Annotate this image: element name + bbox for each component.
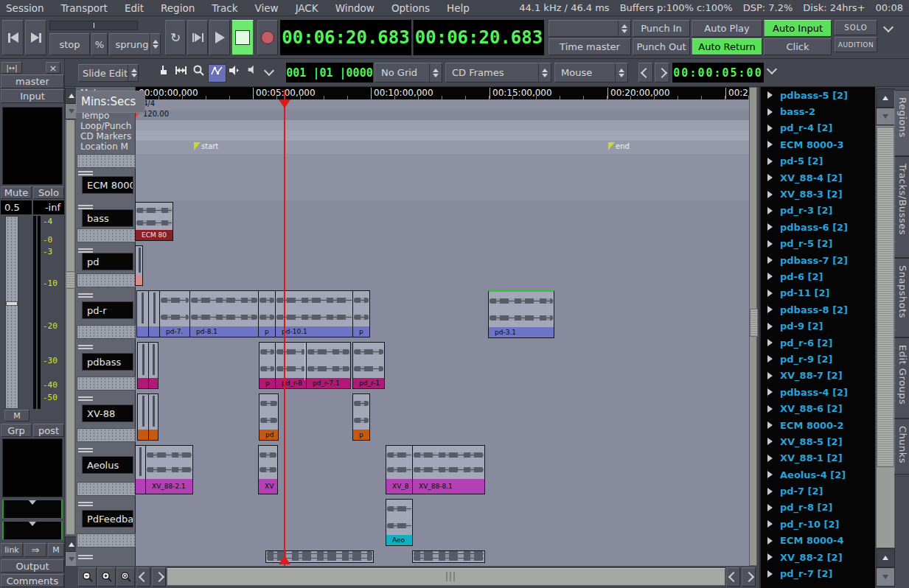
scroll-right-button-2[interactable]: [742, 567, 756, 587]
auto-play-button[interactable]: Auto Play: [692, 20, 762, 37]
region-list-item[interactable]: pd-9 [2]: [761, 318, 875, 334]
track-gain-slider[interactable]: [77, 533, 136, 547]
expander-triangle-icon[interactable]: [767, 223, 773, 231]
panner-1[interactable]: [2, 500, 63, 519]
menu-options[interactable]: Options: [391, 2, 430, 14]
expander-triangle-icon[interactable]: [767, 455, 773, 462]
region-list-item[interactable]: ECM 8000-2: [761, 417, 875, 433]
mute-button[interactable]: Mute: [1, 186, 32, 199]
menu-view[interactable]: View: [255, 2, 279, 14]
expander-triangle-icon[interactable]: [767, 570, 773, 578]
strip-width-button[interactable]: |↔|: [1, 62, 22, 74]
gain-fader[interactable]: [5, 216, 18, 409]
playhead[interactable]: [284, 90, 285, 566]
audio-region[interactable]: [137, 393, 149, 441]
horizontal-scrollbar[interactable]: [167, 568, 725, 586]
ruler-row-label[interactable]: CD Markers: [80, 131, 135, 141]
expander-triangle-icon[interactable]: [767, 537, 773, 545]
menu-transport[interactable]: Transport: [61, 2, 108, 14]
transport-options-chevron[interactable]: [885, 24, 892, 31]
track-name-button[interactable]: PdFeedba: [82, 510, 133, 528]
audio-region-pd-3.1[interactable]: pd-3.1: [488, 290, 554, 338]
menu-region[interactable]: Region: [161, 2, 195, 14]
object-tool-button[interactable]: [155, 64, 172, 81]
track-header-XV-88[interactable]: XV-88: [76, 392, 136, 444]
region-list-item[interactable]: pdbass-7 [2]: [761, 252, 875, 268]
playhead-head-top[interactable]: [279, 99, 290, 108]
track-grip[interactable]: [78, 203, 93, 209]
audio-region-pd[interactable]: pd: [259, 393, 279, 441]
secondary-clock[interactable]: 00:06:20.683: [413, 20, 544, 55]
track-grip[interactable]: [78, 553, 93, 559]
auto-input-button[interactable]: Auto Input: [764, 20, 832, 37]
tab-tracks-busses[interactable]: Tracks/Busses: [894, 156, 909, 258]
snap-unit-select[interactable]: CD Frames: [445, 63, 551, 83]
region-list-item[interactable]: pd-6 [2]: [761, 268, 875, 284]
shuttle-style-spinner[interactable]: [150, 33, 161, 55]
rlist-scroll-down[interactable]: [876, 108, 895, 125]
ruler-row-label[interactable]: Loop/Punch: [80, 121, 135, 131]
track-header-partial[interactable]: [76, 549, 136, 566]
click-button[interactable]: Click: [764, 38, 832, 55]
track-grip[interactable]: [78, 292, 93, 298]
audio-region-Aeo[interactable]: Aeo: [386, 499, 413, 546]
track-header-PdFeedba[interactable]: PdFeedba: [76, 497, 136, 549]
expander-triangle-icon[interactable]: [767, 158, 773, 165]
canvas-vscrollbar[interactable]: [749, 87, 757, 566]
metering-mono-button[interactable]: M: [4, 410, 29, 421]
ruler-row-label[interactable]: Location M: [80, 141, 135, 152]
audio-region-XV[interactable]: XV: [258, 445, 278, 494]
bbt-clock[interactable]: 001 |01 |0000: [286, 63, 373, 83]
audio-region-pd_r-1[interactable]: pd_r-1: [352, 342, 385, 389]
expander-triangle-icon[interactable]: [767, 191, 773, 198]
region-list-item[interactable]: ECM 8000-4: [761, 533, 875, 549]
region-list-item[interactable]: pd_r-10 [2]: [761, 516, 875, 532]
menu-help[interactable]: Help: [447, 2, 470, 14]
stop-button[interactable]: [231, 20, 254, 55]
audio-region-pd_r-8[interactable]: pd_r-8: [275, 342, 307, 389]
region-list-item[interactable]: pdbass-5 [2]: [761, 87, 875, 103]
region-list-item[interactable]: XV_88-3 [2]: [761, 186, 875, 202]
region-list-item[interactable]: pd_r-6 [2]: [761, 335, 875, 351]
track-gain-slider[interactable]: [77, 154, 136, 168]
expander-triangle-icon[interactable]: [767, 323, 773, 330]
track-header-ECM 8000[interactable]: ECM 8000: [76, 154, 136, 200]
expander-triangle-icon[interactable]: [767, 421, 773, 429]
region-list-item[interactable]: XV_88-1 [2]: [761, 450, 875, 466]
scrollbar-thumb[interactable]: [66, 271, 75, 289]
canvas-vscroll-thumb[interactable]: [750, 309, 758, 337]
track-gain-slider[interactable]: [77, 273, 136, 287]
region-list-item[interactable]: pd-11 [2]: [761, 285, 875, 301]
audio-region[interactable]: [148, 393, 159, 441]
pan-link-button[interactable]: link: [1, 543, 23, 557]
cd-marker-ruler[interactable]: [135, 130, 749, 141]
expander-triangle-icon[interactable]: [767, 108, 773, 116]
record-button[interactable]: [257, 20, 278, 55]
nudge-clock[interactable]: 00:00:05:00: [672, 63, 764, 83]
time-master-button[interactable]: Time master: [548, 38, 631, 55]
loop-button[interactable]: ↻: [165, 20, 186, 55]
track-name-button[interactable]: XV-88: [82, 405, 133, 422]
fader-handle[interactable]: [6, 301, 18, 306]
strip-name-button[interactable]: master: [1, 74, 64, 88]
region-list-item[interactable]: pd_r-9 [2]: [761, 351, 875, 367]
track-grip[interactable]: [78, 343, 93, 349]
nudge-forward-button[interactable]: [655, 63, 669, 83]
input-button[interactable]: Input: [1, 89, 64, 103]
audio-region[interactable]: [136, 290, 149, 337]
expander-triangle-icon[interactable]: [767, 91, 773, 99]
track-header-pd-r[interactable]: pd-r: [76, 289, 136, 340]
tab-regions[interactable]: Regions: [894, 90, 909, 156]
go-to-start-button[interactable]: [2, 20, 24, 55]
expander-triangle-icon[interactable]: [767, 553, 773, 561]
region-list-item[interactable]: pd_r-4 [2]: [761, 120, 875, 136]
region-list-item[interactable]: XV_88-7 [2]: [761, 368, 875, 384]
region-list-item[interactable]: XV_88-5 [2]: [761, 433, 875, 449]
meter-point-button[interactable]: post: [33, 424, 64, 437]
edit-canvas[interactable]: 00:00:00,00000:05:00,00000:10:00,00000:1…: [76, 87, 749, 566]
shuttle-style-select[interactable]: sprung: [109, 33, 150, 55]
expander-triangle-icon[interactable]: [767, 488, 773, 495]
audio-region-pd-8.1[interactable]: pd-8.1: [189, 290, 259, 337]
region-list[interactable]: pdbass-5 [2]bass-2pd_r-4 [2]ECM 8000-3pd…: [761, 87, 875, 588]
track-name-button[interactable]: pd: [82, 253, 133, 270]
